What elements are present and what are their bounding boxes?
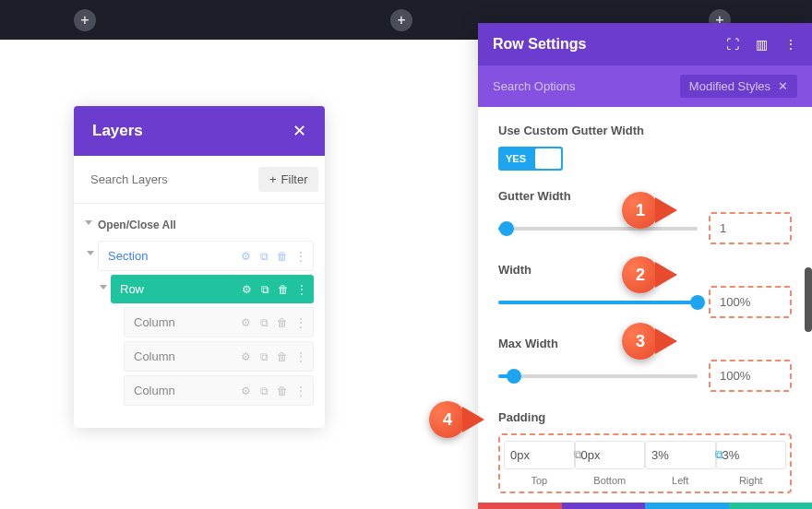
- add-section-button[interactable]: +: [390, 9, 412, 31]
- callout-number: 3: [622, 323, 659, 360]
- caret-down-icon: [100, 285, 107, 290]
- duplicate-icon[interactable]: ⧉: [257, 350, 270, 363]
- trash-icon[interactable]: 🗑: [276, 316, 289, 329]
- link-icon[interactable]: ⧉: [715, 448, 723, 461]
- more-icon[interactable]: ⋮: [294, 350, 307, 363]
- search-layers-input[interactable]: [85, 167, 251, 192]
- arrow-right-icon: [462, 407, 484, 432]
- cancel-button[interactable]: ✕: [478, 503, 562, 509]
- row-label: Row: [120, 282, 144, 296]
- section-label: Section: [108, 249, 148, 263]
- columns-icon[interactable]: ▥: [756, 37, 768, 52]
- callout-number: 4: [429, 401, 466, 438]
- plus-icon: +: [269, 172, 277, 186]
- layer-column[interactable]: Column ⚙⧉🗑⋮: [124, 375, 314, 406]
- layer-column[interactable]: Column ⚙⧉🗑⋮: [124, 307, 314, 337]
- custom-gutter-group: Use Custom Gutter Width YES: [498, 124, 792, 171]
- callout-4: 4: [429, 401, 484, 438]
- filter-button[interactable]: +Filter: [258, 167, 318, 192]
- column-label: Column: [134, 315, 175, 329]
- bottom-actions: ✕ ↶ ↻ ✓: [478, 503, 812, 509]
- more-icon[interactable]: ⋮: [784, 37, 797, 52]
- arrow-right-icon: [655, 262, 677, 288]
- callout-2: 2: [622, 256, 677, 293]
- width-slider[interactable]: [498, 301, 698, 304]
- caret-down-icon: [85, 220, 92, 225]
- expand-icon[interactable]: ⛶: [726, 37, 739, 52]
- open-close-all[interactable]: Open/Close All: [85, 213, 314, 241]
- duplicate-icon[interactable]: ⧉: [257, 385, 270, 397]
- duplicate-icon[interactable]: ⧉: [258, 283, 271, 296]
- more-icon[interactable]: ⋮: [294, 250, 307, 263]
- layers-header: Layers ✕: [74, 106, 325, 156]
- undo-button[interactable]: ↶: [562, 503, 646, 509]
- gear-icon[interactable]: ⚙: [239, 250, 252, 263]
- width-input[interactable]: [709, 286, 792, 318]
- trash-icon[interactable]: 🗑: [276, 250, 289, 263]
- column-label: Column: [134, 349, 175, 363]
- add-section-button[interactable]: +: [74, 9, 96, 31]
- layer-row[interactable]: Row ⚙⧉🗑⋮: [111, 275, 314, 303]
- callout-1: 1: [622, 192, 677, 229]
- padding-left-input[interactable]: [645, 441, 716, 469]
- scrollbar[interactable]: [805, 267, 812, 332]
- custom-gutter-label: Use Custom Gutter Width: [498, 124, 792, 137]
- max-width-slider[interactable]: [498, 374, 698, 378]
- padding-right-label: Right: [716, 475, 787, 486]
- more-icon[interactable]: ⋮: [294, 385, 307, 397]
- layer-section[interactable]: Section ⚙⧉🗑⋮: [98, 241, 314, 271]
- settings-subheader: Search Options Modified Styles✕: [478, 65, 812, 107]
- padding-top-label: Top: [504, 475, 575, 486]
- settings-header: Row Settings ⛶ ▥ ⋮: [478, 23, 812, 65]
- settings-title: Row Settings: [493, 36, 586, 53]
- modified-styles-tag[interactable]: Modified Styles✕: [680, 75, 797, 98]
- more-icon[interactable]: ⋮: [295, 283, 308, 296]
- arrow-right-icon: [655, 328, 677, 354]
- duplicate-icon[interactable]: ⧉: [257, 316, 270, 329]
- duplicate-icon[interactable]: ⧉: [257, 250, 270, 263]
- layers-search-bar: +Filter: [74, 156, 325, 204]
- filter-label: Filter: [281, 172, 308, 186]
- trash-icon[interactable]: 🗑: [277, 283, 290, 296]
- open-close-label: Open/Close All: [98, 219, 176, 231]
- gear-icon[interactable]: ⚙: [240, 283, 253, 296]
- padding-group: Padding ⧉Top Bottom ⧉Left Right: [498, 410, 792, 493]
- padding-right-input[interactable]: [716, 441, 787, 469]
- redo-button[interactable]: ↻: [645, 503, 729, 509]
- trash-icon[interactable]: 🗑: [276, 385, 289, 397]
- gear-icon[interactable]: ⚙: [239, 385, 252, 397]
- max-width-input[interactable]: [709, 360, 792, 392]
- padding-bottom-input[interactable]: [575, 441, 646, 469]
- toggle-knob: [535, 148, 561, 169]
- settings-body: Use Custom Gutter Width YES Gutter Width…: [478, 107, 812, 509]
- more-icon[interactable]: ⋮: [294, 316, 307, 329]
- layers-tree: Open/Close All Section ⚙⧉🗑⋮ Row ⚙⧉🗑⋮ Col…: [74, 204, 325, 428]
- padding-top-input[interactable]: [504, 441, 575, 469]
- layers-title: Layers: [92, 122, 143, 140]
- callout-number: 1: [622, 192, 659, 229]
- arrow-right-icon: [655, 197, 677, 223]
- search-options-input[interactable]: Search Options: [493, 79, 576, 93]
- modified-label: Modified Styles: [689, 79, 770, 93]
- trash-icon[interactable]: 🗑: [276, 350, 289, 363]
- custom-gutter-toggle[interactable]: YES: [498, 147, 563, 171]
- close-icon[interactable]: ✕: [778, 79, 788, 93]
- layer-column[interactable]: Column ⚙⧉🗑⋮: [124, 341, 314, 372]
- padding-inputs: ⧉Top Bottom ⧉Left Right: [498, 433, 792, 493]
- gear-icon[interactable]: ⚙: [239, 350, 252, 363]
- gear-icon[interactable]: ⚙: [239, 316, 252, 329]
- toggle-yes-label: YES: [498, 153, 533, 164]
- save-button[interactable]: ✓: [729, 503, 813, 509]
- callout-3: 3: [622, 323, 677, 360]
- padding-label: Padding: [498, 410, 792, 424]
- column-label: Column: [134, 384, 175, 397]
- close-icon[interactable]: ✕: [293, 121, 306, 141]
- padding-bottom-label: Bottom: [575, 475, 646, 486]
- callout-number: 2: [622, 256, 659, 293]
- gutter-width-input[interactable]: [709, 212, 792, 244]
- link-icon[interactable]: ⧉: [574, 448, 582, 461]
- padding-left-label: Left: [645, 475, 716, 486]
- caret-down-icon: [87, 251, 94, 255]
- layers-panel: Layers ✕ +Filter Open/Close All Section …: [74, 106, 325, 428]
